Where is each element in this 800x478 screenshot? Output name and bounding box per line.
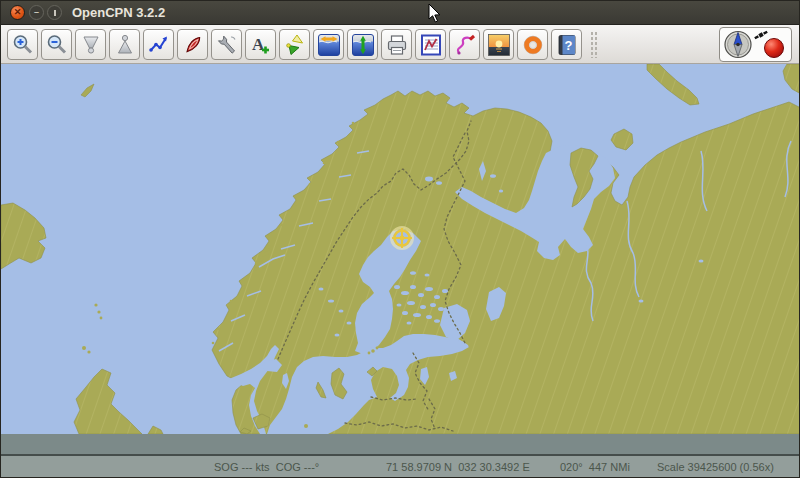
gps-satellite-icon: [754, 30, 768, 40]
change-color-scheme-button[interactable]: [483, 29, 514, 60]
scale-chart-up-button[interactable]: [109, 29, 140, 60]
toggle-tracking-button[interactable]: [449, 29, 480, 60]
magnifier-plus-icon: [11, 33, 35, 57]
magnifier-minus-icon: [45, 33, 69, 57]
mouse-cursor-icon: [428, 3, 442, 23]
sunset-icon: [487, 33, 511, 57]
help-book-icon: ?: [555, 33, 579, 57]
currents-arrows-icon: [317, 33, 341, 57]
zoom-in-button[interactable]: [7, 29, 38, 60]
main-toolbar: A: [1, 25, 799, 64]
bearing-distance-readout: 020° 447 NMi: [560, 461, 630, 473]
route-polyline-icon: [147, 33, 171, 57]
route-list-icon: [419, 33, 443, 57]
chart-canvas[interactable]: [1, 64, 800, 434]
show-currents-button[interactable]: [313, 29, 344, 60]
lifebuoy-icon: [521, 33, 545, 57]
scale-chart-down-button[interactable]: [75, 29, 106, 60]
minimize-button[interactable]: –: [29, 5, 44, 20]
show-tides-button[interactable]: [347, 29, 378, 60]
ais-cones-icon: [283, 33, 307, 57]
sog-cog-readout: SOG --- kts COG ---°: [214, 461, 319, 473]
zoom-out-button[interactable]: [41, 29, 72, 60]
help-button[interactable]: ?: [551, 29, 582, 60]
print-chart-button[interactable]: [381, 29, 412, 60]
tides-arrow-icon: [351, 33, 375, 57]
ownship-marker: [392, 228, 413, 249]
window-title: OpenCPN 3.2.2: [72, 5, 165, 20]
auto-follow-button[interactable]: [177, 29, 208, 60]
statusbar: SOG --- kts COG ---° 71 58.9709 N 032 30…: [1, 456, 799, 478]
create-route-button[interactable]: [143, 29, 174, 60]
maximize-button[interactable]: [47, 5, 62, 20]
compass-rose-icon[interactable]: [725, 32, 751, 58]
man-overboard-button[interactable]: [517, 29, 548, 60]
show-enc-text-button[interactable]: A: [245, 29, 276, 60]
compass-toolbar: [719, 27, 792, 62]
gps-status-ball-icon: [765, 39, 784, 58]
toolbar-drag-handle[interactable]: [590, 31, 599, 58]
opencpn-window: ✕ – OpenCPN 3.2.2: [0, 0, 800, 478]
red-boat-icon: [181, 33, 205, 57]
wrench-icon: [215, 33, 239, 57]
cone-down-icon: [79, 33, 103, 57]
svg-text:?: ?: [565, 38, 573, 53]
route-manager-button[interactable]: [415, 29, 446, 60]
cursor-position-readout: 71 58.9709 N 032 30.3492 E: [386, 461, 530, 473]
chart-selector-bar: [1, 434, 799, 456]
show-ais-targets-button[interactable]: [279, 29, 310, 60]
titlebar[interactable]: ✕ – OpenCPN 3.2.2: [1, 1, 799, 25]
options-button[interactable]: [211, 29, 242, 60]
printer-icon: [385, 33, 409, 57]
chart-scale-readout: Scale 39425600 (0.56x): [657, 461, 774, 473]
text-a-plus-icon: A: [249, 33, 273, 57]
track-s-curve-icon: [453, 33, 477, 57]
close-button[interactable]: ✕: [10, 5, 25, 20]
cone-up-icon: [113, 33, 137, 57]
